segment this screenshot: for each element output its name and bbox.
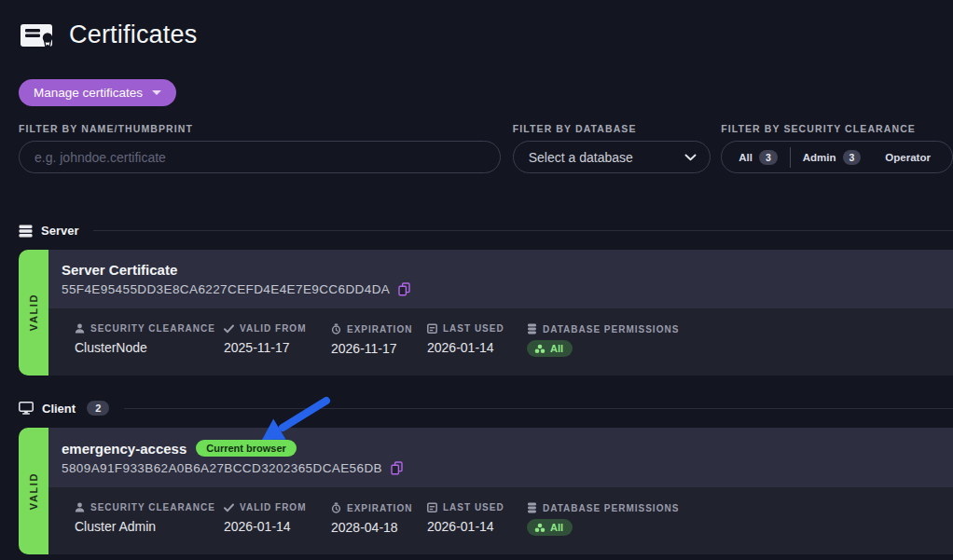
expiration-value: 2028-04-18	[331, 520, 427, 535]
card-main: emergency-access Current browser 5809A91…	[48, 428, 953, 554]
filter-name-group: FILTER BY NAME/THUMBPRINT	[19, 123, 501, 173]
divider	[93, 230, 953, 231]
monitor-icon	[19, 402, 34, 415]
clearance-value: ClusterNode	[75, 340, 224, 355]
valid-from-column-label: VALID FROM	[240, 323, 306, 334]
db-permission-badge[interactable]: All	[527, 519, 573, 536]
clearance-column-label: SECURITY CLEARANCE	[90, 323, 215, 334]
clearance-operator-label: Operator	[885, 152, 931, 163]
status-ribbon-valid: VALID	[19, 250, 48, 376]
clearance-option-operator[interactable]: Operator	[885, 152, 931, 163]
last-used-column-label: LAST USED	[443, 323, 504, 334]
copy-icon[interactable]	[398, 282, 410, 296]
clearance-value: Cluster Admin	[75, 519, 224, 534]
certificate-card-server: VALID Server Certificate 55F4E95455DD3E8…	[19, 250, 953, 376]
chevron-down-icon	[684, 154, 697, 161]
last-used-value: 2026-01-14	[427, 519, 527, 534]
card-details: SECURITY CLEARANCE ClusterNode VALID FRO…	[48, 308, 953, 376]
clearance-admin-label: Admin	[803, 152, 836, 163]
expiration-column-label: EXPIRATION	[347, 324, 412, 335]
divider	[124, 408, 953, 409]
stopwatch-icon	[331, 502, 341, 513]
status-ribbon-valid: VALID	[19, 428, 48, 554]
db-permission-value: All	[550, 343, 563, 354]
last-used-column-label: LAST USED	[443, 502, 504, 512]
expiration-column-label: EXPIRATION	[347, 503, 412, 513]
database-icon	[527, 323, 537, 335]
certificate-card-client: VALID emergency-access Current browser 5…	[19, 428, 953, 554]
clearance-column-label: SECURITY CLEARANCE	[90, 502, 215, 512]
database-select[interactable]: Select a database	[513, 141, 711, 173]
filter-database-group: FILTER BY DATABASE Select a database	[513, 123, 711, 173]
certificate-icon	[19, 21, 54, 49]
clearance-admin-count: 3	[843, 150, 862, 165]
filter-name-label: FILTER BY NAME/THUMBPRINT	[19, 123, 501, 134]
client-section-count: 2	[87, 401, 109, 416]
cluster-icon	[534, 344, 546, 354]
manage-certificates-label: Manage certificates	[34, 86, 143, 100]
card-details: SECURITY CLEARANCE Cluster Admin VALID F…	[48, 487, 953, 554]
client-section-label: Client	[42, 402, 76, 416]
server-section-label: Server	[41, 224, 78, 238]
card-header[interactable]: Server Certificate 55F4E95455DD3E8CA6227…	[48, 250, 953, 308]
divider	[790, 147, 791, 168]
certificates-page: Certificates Manage certificates FILTER …	[0, 0, 953, 560]
valid-from-value: 2026-01-14	[224, 519, 331, 534]
expiration-value: 2026-11-17	[331, 341, 427, 356]
stopwatch-icon	[331, 323, 341, 335]
clearance-all-label: All	[739, 152, 753, 163]
clearance-all-count: 3	[759, 150, 778, 165]
valid-from-value: 2025-11-17	[224, 340, 331, 355]
db-permissions-column-label: DATABASE PERMISSIONS	[543, 324, 679, 335]
card-header[interactable]: emergency-access Current browser 5809A91…	[48, 428, 953, 487]
status-label: VALID	[28, 294, 39, 331]
client-section-header: Client 2	[19, 401, 953, 416]
name-thumbprint-filter-input[interactable]	[19, 141, 501, 173]
last-used-value: 2026-01-14	[427, 340, 527, 355]
user-icon	[75, 502, 85, 512]
server-icon	[19, 225, 33, 238]
current-browser-badge: Current browser	[196, 440, 297, 457]
clearance-option-all[interactable]: All 3	[739, 150, 778, 165]
chevron-down-icon	[152, 90, 161, 95]
certificate-thumbprint: 55F4E95455DD3E8CA6227CEFD4E4E7E9CC6DD4DA	[62, 282, 390, 296]
certificate-name: Server Certificate	[62, 262, 177, 278]
calendar-icon	[427, 323, 437, 334]
page-header: Certificates	[19, 20, 953, 49]
calendar-icon	[427, 502, 437, 512]
clearance-toggle-group: All 3 Admin 3 Operator	[721, 141, 953, 173]
user-icon	[75, 323, 85, 334]
certificate-name: emergency-access	[62, 441, 186, 457]
manage-certificates-button[interactable]: Manage certificates	[19, 79, 176, 106]
filters-row: FILTER BY NAME/THUMBPRINT FILTER BY DATA…	[19, 123, 953, 173]
status-label: VALID	[28, 472, 39, 510]
valid-from-column-label: VALID FROM	[240, 502, 306, 512]
filter-clearance-group: FILTER BY SECURITY CLEARANCE All 3 Admin…	[721, 123, 953, 173]
clearance-option-admin[interactable]: Admin 3	[803, 150, 862, 165]
database-icon	[527, 502, 537, 513]
copy-icon[interactable]	[391, 461, 403, 475]
page-title: Certificates	[69, 20, 197, 49]
check-icon	[224, 324, 234, 334]
db-permission-value: All	[550, 522, 563, 533]
cluster-icon	[534, 523, 546, 533]
db-permissions-column-label: DATABASE PERMISSIONS	[543, 503, 679, 513]
check-icon	[224, 503, 234, 512]
filter-database-label: FILTER BY DATABASE	[513, 123, 711, 134]
db-permission-badge[interactable]: All	[527, 340, 573, 357]
filter-clearance-label: FILTER BY SECURITY CLEARANCE	[721, 123, 953, 134]
database-select-value: Select a database	[529, 150, 633, 165]
card-main: Server Certificate 55F4E95455DD3E8CA6227…	[48, 250, 953, 376]
server-section-header: Server	[19, 224, 953, 238]
certificate-thumbprint: 5809A91F933B62A0B6A27BCCD3202365DCAE56DB	[62, 461, 382, 475]
